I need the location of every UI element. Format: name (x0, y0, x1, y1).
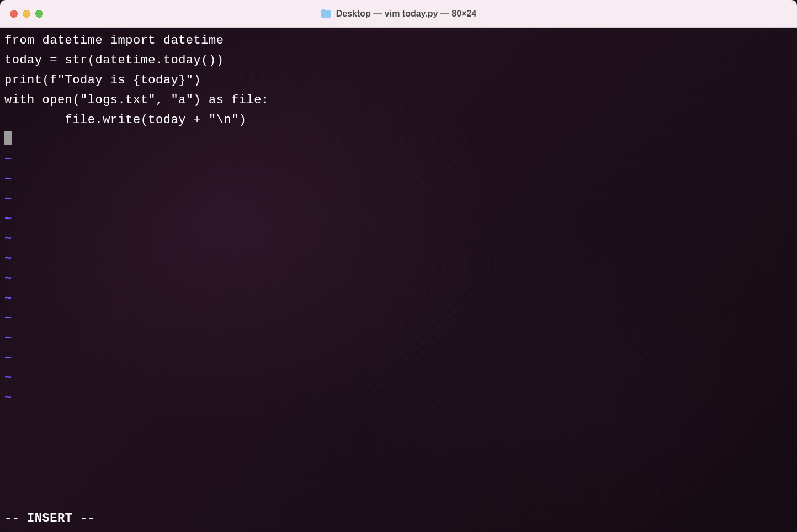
empty-line-tilde: ~ (4, 230, 793, 249)
cursor-line (4, 130, 793, 150)
traffic-lights (10, 10, 43, 18)
vim-mode-status: -- INSERT -- (4, 509, 95, 529)
minimize-button[interactable] (23, 10, 30, 18)
empty-line-tilde: ~ (4, 329, 793, 349)
empty-line-tilde: ~ (4, 249, 793, 269)
empty-line-tilde: ~ (4, 389, 793, 408)
empty-line-tilde: ~ (4, 170, 793, 190)
empty-line-tilde: ~ (4, 309, 793, 329)
code-line: with open("logs.txt", "a") as file: (4, 91, 793, 110)
empty-line-tilde: ~ (4, 210, 793, 230)
cursor-icon (4, 131, 12, 145)
empty-line-tilde: ~ (4, 369, 793, 389)
empty-line-tilde: ~ (4, 289, 793, 309)
close-button[interactable] (10, 10, 18, 18)
terminal-editor-area[interactable]: from datetime import datetime today = st… (0, 28, 797, 532)
code-line: today = str(datetime.today()) (4, 51, 793, 71)
empty-line-tilde: ~ (4, 349, 793, 369)
terminal-window: Desktop — vim today.py — 80×24 from date… (0, 0, 797, 532)
window-title: Desktop — vim today.py — 80×24 (321, 9, 476, 19)
code-line: from datetime import datetime (4, 31, 793, 51)
empty-line-tilde: ~ (4, 269, 793, 289)
code-line: print(f"Today is {today}") (4, 71, 793, 91)
titlebar[interactable]: Desktop — vim today.py — 80×24 (0, 0, 797, 28)
code-line: file.write(today + "\n") (4, 110, 793, 130)
window-title-text: Desktop — vim today.py — 80×24 (336, 9, 476, 19)
empty-line-tilde: ~ (4, 150, 793, 170)
folder-icon (321, 9, 332, 18)
maximize-button[interactable] (35, 10, 43, 18)
empty-line-tilde: ~ (4, 190, 793, 210)
